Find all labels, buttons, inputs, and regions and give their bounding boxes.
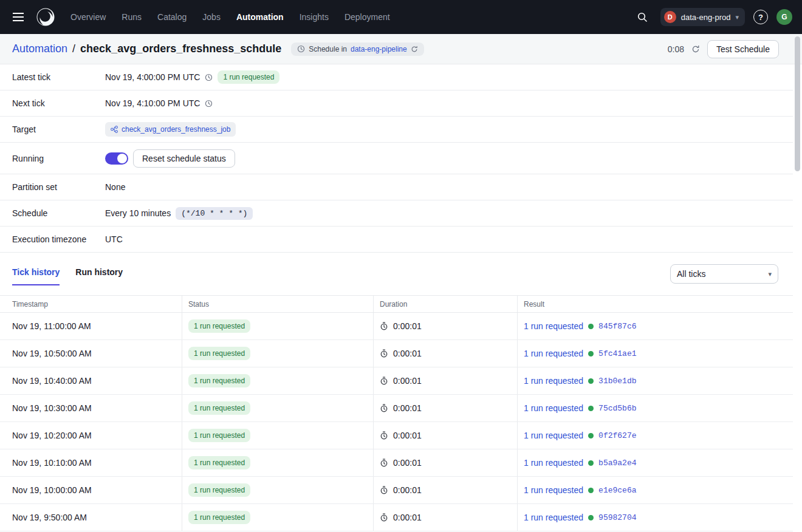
breadcrumb-automation-link[interactable]: Automation <box>12 43 67 55</box>
run-requested-link[interactable]: 1 run requested <box>524 349 583 358</box>
search-button[interactable] <box>632 7 652 27</box>
run-requested-link[interactable]: 1 run requested <box>524 321 583 331</box>
run-id-link[interactable]: e1e9ce6a <box>598 486 636 495</box>
tick-duration: 0:00:01 <box>393 349 422 358</box>
stopwatch-icon <box>380 459 388 467</box>
table-row: Nov 19, 10:00:00 AM 1 run requested 0:00… <box>0 477 793 504</box>
nav-item-overview[interactable]: Overview <box>70 12 106 22</box>
refresh-icon[interactable] <box>411 46 418 53</box>
tick-duration: 0:00:01 <box>393 458 422 468</box>
run-requested-link[interactable]: 1 run requested <box>524 513 583 522</box>
nav-item-insights[interactable]: Insights <box>300 12 329 22</box>
stopwatch-icon <box>380 377 388 385</box>
latest-tick-value: Nov 19, 4:00:00 PM UTC <box>105 72 200 82</box>
pipeline-link[interactable]: data-eng-pipeline <box>351 45 407 53</box>
tick-duration: 0:00:01 <box>393 376 422 386</box>
stopwatch-icon <box>380 513 388 522</box>
tick-filter-select[interactable]: All ticks ▾ <box>670 264 778 284</box>
run-id-link[interactable]: 31b0e1db <box>598 377 636 386</box>
search-icon <box>637 12 648 22</box>
run-id-link[interactable]: 95982704 <box>598 513 636 522</box>
column-header-duration: Duration <box>373 296 517 312</box>
tick-status-badge: 1 run requested <box>188 456 250 469</box>
help-button[interactable]: ? <box>753 10 768 24</box>
detail-label: Execution timezone <box>12 234 105 244</box>
column-header-status: Status <box>182 296 373 312</box>
run-status-dot <box>588 406 594 411</box>
detail-row-schedule: Schedule Every 10 minutes (*/10 * * * *) <box>0 200 793 227</box>
nav-item-catalog[interactable]: Catalog <box>157 12 187 22</box>
run-requested-link[interactable]: 1 run requested <box>524 403 583 413</box>
history-tabs-bar: Tick history Run history All ticks ▾ <box>0 253 802 295</box>
partition-set-value: None <box>105 182 125 192</box>
deployment-switcher[interactable]: D data-eng-prod ▾ <box>660 8 745 26</box>
table-row: Nov 19, 10:20:00 AM 1 run requested 0:00… <box>0 422 793 449</box>
run-requested-link[interactable]: 1 run requested <box>524 458 583 468</box>
detail-label: Latest tick <box>12 72 105 82</box>
run-status-dot <box>588 378 594 384</box>
tick-timestamp: Nov 19, 10:00:00 AM <box>0 477 182 503</box>
running-toggle[interactable] <box>105 152 128 165</box>
tick-timestamp: Nov 19, 10:40:00 AM <box>0 367 182 394</box>
clock-icon <box>297 45 305 53</box>
run-requested-link[interactable]: 1 run requested <box>524 431 583 440</box>
hamburger-menu-button[interactable] <box>10 9 27 26</box>
tick-filter-value: All ticks <box>677 269 705 279</box>
tick-timestamp: Nov 19, 10:20:00 AM <box>0 422 182 449</box>
next-tick-value: Nov 19, 4:10:00 PM UTC <box>105 98 200 108</box>
detail-row-partition-set: Partition set None <box>0 174 793 200</box>
run-status-dot <box>588 488 594 493</box>
target-job-link[interactable]: check_avg_orders_freshness_job <box>105 122 236 137</box>
nav-item-deployment[interactable]: Deployment <box>344 12 390 22</box>
vertical-scrollbar[interactable] <box>795 36 800 171</box>
dagster-logo[interactable] <box>33 7 60 27</box>
schedule-description: Every 10 minutes <box>105 208 171 218</box>
tick-timestamp: Nov 19, 11:00:00 AM <box>0 313 182 339</box>
nav-item-automation[interactable]: Automation <box>236 12 284 22</box>
schedule-badge-text: Schedule in <box>309 45 347 53</box>
breadcrumb: Automation / check_avg_orders_freshness_… <box>12 43 281 55</box>
tick-status-badge: 1 run requested <box>188 483 250 497</box>
deployment-avatar: D <box>664 11 676 23</box>
nav-item-runs[interactable]: Runs <box>122 12 142 22</box>
tick-timestamp: Nov 19, 10:50:00 AM <box>0 340 182 367</box>
clock-icon <box>205 100 213 107</box>
run-id-link[interactable]: 5fc41ae1 <box>598 349 636 358</box>
column-header-result: Result <box>517 296 793 312</box>
target-job-name: check_avg_orders_freshness_job <box>122 125 230 134</box>
table-row: Nov 19, 10:10:00 AM 1 run requested 0:00… <box>0 449 793 477</box>
tick-status-badge: 1 run requested <box>188 511 250 524</box>
detail-label: Target <box>12 124 105 134</box>
tick-duration: 0:00:01 <box>393 485 422 495</box>
run-id-link[interactable]: 75cd5b6b <box>598 404 636 413</box>
deployment-name: data-eng-prod <box>681 13 731 22</box>
header-actions: 0:08 Test Schedule <box>668 40 779 58</box>
run-id-link[interactable]: b5a9a2e4 <box>598 459 636 468</box>
detail-row-next-tick: Next tick Nov 19, 4:10:00 PM UTC <box>0 90 793 117</box>
refresh-button[interactable] <box>691 45 700 53</box>
run-status-dot <box>588 433 594 438</box>
detail-row-latest-tick: Latest tick Nov 19, 4:00:00 PM UTC 1 run… <box>0 64 793 90</box>
run-requested-link[interactable]: 1 run requested <box>524 485 583 495</box>
tick-duration: 0:00:01 <box>393 321 422 331</box>
help-icon: ? <box>758 13 763 22</box>
nav-item-jobs[interactable]: Jobs <box>202 12 221 22</box>
page-header: Automation / check_avg_orders_freshness_… <box>0 34 802 64</box>
tab-run-history[interactable]: Run history <box>75 262 123 285</box>
reset-schedule-status-button[interactable]: Reset schedule status <box>133 149 235 168</box>
detail-row-running: Running Reset schedule status <box>0 143 793 174</box>
run-status-dot <box>588 515 594 520</box>
cron-expression: (*/10 * * * *) <box>176 207 253 220</box>
tab-tick-history[interactable]: Tick history <box>12 262 60 285</box>
user-avatar[interactable]: G <box>776 9 792 25</box>
tick-timestamp: Nov 19, 10:30:00 AM <box>0 395 182 421</box>
schedule-location-badge: Schedule in data-eng-pipeline <box>291 43 423 56</box>
tick-history-table: Timestamp Status Duration Result Nov 19,… <box>0 295 793 531</box>
run-requested-link[interactable]: 1 run requested <box>524 376 583 386</box>
detail-label: Partition set <box>12 182 105 192</box>
run-id-link[interactable]: 0f2f627e <box>598 431 636 440</box>
table-row: Nov 19, 10:30:00 AM 1 run requested 0:00… <box>0 395 793 422</box>
test-schedule-button[interactable]: Test Schedule <box>707 40 779 58</box>
run-id-link[interactable]: 845f87c6 <box>598 322 636 331</box>
top-navbar: Overview Runs Catalog Jobs Automation In… <box>0 0 802 34</box>
